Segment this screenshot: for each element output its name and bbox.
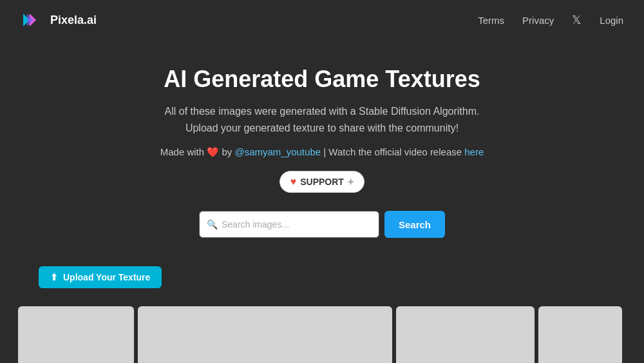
search-button[interactable]: Search [384, 211, 445, 238]
logo-text: Pixela.ai [50, 14, 97, 27]
hero-subtitle: All of these images were generated with … [148, 103, 496, 136]
hero-section: AI Generated Game Textures All of these … [0, 40, 644, 264]
hero-title: AI Generated Game Textures [164, 66, 480, 93]
logo[interactable]: Pixela.ai [21, 8, 97, 32]
here-link[interactable]: here [464, 146, 484, 157]
support-plus: + [348, 176, 354, 188]
nav-login[interactable]: Login [600, 15, 623, 26]
texture-cell[interactable] [18, 306, 134, 363]
support-label: SUPPORT [300, 177, 344, 187]
logo-icon [21, 8, 44, 32]
upload-row: ⬆ Upload Your Texture [18, 264, 626, 299]
support-button[interactable]: ♥ SUPPORT + [279, 171, 365, 193]
texture-cell[interactable] [138, 306, 392, 363]
nav-privacy[interactable]: Privacy [522, 15, 554, 26]
upload-icon: ⬆ [50, 272, 58, 282]
made-with-middle: | Watch the official video release [323, 146, 462, 157]
twitter-icon[interactable]: 𝕏 [572, 13, 582, 27]
upload-label: Upload Your Texture [63, 272, 150, 282]
texture-cell[interactable] [538, 306, 622, 363]
search-input-wrapper: 🔍 [199, 211, 379, 238]
gallery-section: ⬆ Upload Your Texture [0, 264, 644, 363]
nav-links: Terms Privacy 𝕏 Login [478, 13, 623, 27]
heart-icon: ❤️ [207, 146, 222, 157]
nav-terms[interactable]: Terms [478, 15, 504, 26]
search-input[interactable] [199, 211, 379, 238]
support-icon: ♥ [290, 176, 297, 188]
author-link[interactable]: @samyam_youtube [234, 146, 321, 157]
hero-made-with: Made with ❤️ by @samyam_youtube | Watch … [160, 146, 484, 158]
made-with-text: Made with [160, 146, 204, 157]
made-with-by: by [222, 146, 232, 157]
search-icon: 🔍 [207, 219, 218, 230]
upload-button[interactable]: ⬆ Upload Your Texture [39, 266, 162, 288]
texture-cell[interactable] [396, 306, 535, 363]
search-area: 🔍 Search [199, 211, 445, 238]
grid-row-1 [18, 306, 626, 363]
navbar: Pixela.ai Terms Privacy 𝕏 Login [0, 0, 644, 40]
